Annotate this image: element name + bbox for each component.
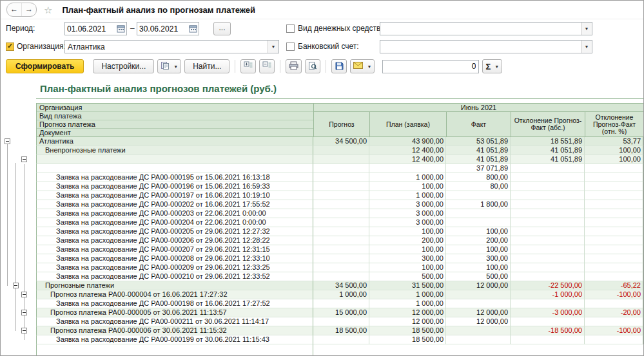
cell-plan[interactable]: 100,00 bbox=[369, 227, 446, 236]
cell-fact[interactable] bbox=[446, 290, 511, 299]
cell-forecast[interactable] bbox=[313, 299, 369, 308]
row-label[interactable]: Заявка на расходование ДС РА00-000197 от… bbox=[36, 191, 313, 200]
cell-deviation-abs[interactable] bbox=[511, 254, 585, 263]
chevron-down-icon[interactable]: ▼ bbox=[581, 41, 592, 53]
collapse-toggle[interactable] bbox=[21, 310, 27, 315]
cell-deviation-rel[interactable]: -100,00 bbox=[585, 290, 643, 299]
cell-forecast[interactable] bbox=[313, 155, 369, 164]
print-preview-button[interactable] bbox=[305, 59, 320, 73]
row-label[interactable]: Заявка на расходование ДС РА00-000207 от… bbox=[36, 245, 313, 254]
cell-plan[interactable]: 18 500,00 bbox=[369, 335, 446, 344]
cell-fact[interactable]: 100,00 bbox=[446, 245, 511, 254]
cell-deviation-abs[interactable]: 41 051,89 bbox=[511, 146, 585, 155]
col-header-fact[interactable]: Факт bbox=[447, 112, 511, 137]
cell-deviation-rel[interactable] bbox=[585, 263, 643, 272]
calendar-icon[interactable] bbox=[115, 23, 126, 35]
row-label[interactable] bbox=[36, 155, 313, 164]
cell-forecast[interactable] bbox=[313, 245, 369, 254]
row-label[interactable]: Заявка на расходование ДС РА00-000205 от… bbox=[36, 227, 313, 236]
chevron-down-icon[interactable]: ▼ bbox=[581, 23, 592, 35]
cell-fact[interactable]: 41 051,89 bbox=[446, 155, 511, 164]
row-label[interactable]: Внепрогнозные платежи bbox=[36, 146, 313, 155]
date-to-input[interactable] bbox=[137, 24, 188, 33]
cell-fact[interactable] bbox=[446, 218, 511, 227]
row-label[interactable] bbox=[36, 164, 313, 173]
cell-fact[interactable]: 37 071,89 bbox=[446, 164, 511, 173]
cell-deviation-rel[interactable]: 100,00 bbox=[585, 155, 643, 164]
cell-forecast[interactable] bbox=[313, 254, 369, 263]
header-dim-organization[interactable]: Организация bbox=[37, 104, 313, 112]
cell-forecast[interactable]: 34 500,00 bbox=[313, 137, 369, 146]
cell-deviation-abs[interactable] bbox=[511, 272, 585, 281]
cell-deviation-rel[interactable]: -20,00 bbox=[585, 308, 643, 317]
cell-forecast[interactable] bbox=[313, 317, 369, 326]
cell-forecast[interactable] bbox=[313, 272, 369, 281]
expand-groups-button[interactable] bbox=[240, 59, 256, 73]
cell-deviation-abs[interactable]: 18 551,89 bbox=[511, 137, 585, 146]
cell-plan[interactable]: 1 000,00 bbox=[369, 191, 446, 200]
calendar-icon[interactable] bbox=[188, 23, 199, 35]
row-label[interactable]: Заявка на расходование ДС РА00-000204 от… bbox=[36, 218, 313, 227]
cell-deviation-rel[interactable]: -65,22 bbox=[585, 281, 643, 290]
cell-plan[interactable]: 1 000,00 bbox=[369, 299, 446, 308]
forward-button[interactable]: → bbox=[21, 3, 36, 16]
cell-forecast[interactable] bbox=[313, 182, 369, 191]
cell-deviation-abs[interactable] bbox=[511, 173, 585, 182]
row-label[interactable]: Заявка на расходование ДС РА00-000208 от… bbox=[36, 254, 313, 263]
cell-deviation-abs[interactable] bbox=[511, 245, 585, 254]
cell-deviation-rel[interactable] bbox=[585, 218, 643, 227]
cell-plan[interactable]: 1 000,00 bbox=[369, 290, 446, 299]
bank-account-combobox[interactable]: ▼ bbox=[380, 40, 592, 53]
cell-deviation-rel[interactable] bbox=[585, 209, 643, 218]
cell-plan[interactable]: 200,00 bbox=[369, 236, 446, 245]
cell-deviation-abs[interactable] bbox=[511, 209, 585, 218]
row-label[interactable]: Заявка на расходование ДС РА00-000203 от… bbox=[36, 209, 313, 218]
cell-forecast[interactable] bbox=[313, 263, 369, 272]
cell-forecast[interactable] bbox=[313, 236, 369, 245]
cell-deviation-abs[interactable] bbox=[511, 182, 585, 191]
print-button[interactable] bbox=[286, 59, 302, 73]
cell-forecast[interactable] bbox=[313, 164, 369, 173]
cell-plan[interactable]: 31 500,00 bbox=[369, 281, 446, 290]
cell-forecast[interactable]: 18 500,00 bbox=[313, 326, 369, 335]
cell-forecast[interactable] bbox=[313, 200, 369, 209]
cell-forecast[interactable] bbox=[313, 146, 369, 155]
bank-account-checkbox[interactable] bbox=[286, 42, 295, 51]
generate-button[interactable]: Сформировать bbox=[6, 59, 84, 73]
send-by-email-button[interactable]: ▼ bbox=[350, 59, 375, 73]
row-label[interactable]: Прогноз платежа РА00-000006 от 30.06.202… bbox=[36, 326, 313, 335]
cell-deviation-rel[interactable] bbox=[585, 236, 643, 245]
cell-deviation-rel[interactable] bbox=[585, 227, 643, 236]
cell-plan[interactable]: 3 000,00 bbox=[369, 218, 446, 227]
cell-fact[interactable]: 200,00 bbox=[446, 236, 511, 245]
chevron-down-icon[interactable]: ▼ bbox=[268, 41, 278, 53]
cell-deviation-abs[interactable] bbox=[511, 236, 585, 245]
cell-deviation-abs[interactable] bbox=[511, 200, 585, 209]
cell-deviation-rel[interactable] bbox=[585, 299, 643, 308]
autosum-button[interactable]: Σ ▼ bbox=[482, 59, 502, 73]
cell-deviation-rel[interactable] bbox=[585, 200, 643, 209]
cell-plan[interactable]: 3 000,00 bbox=[369, 200, 446, 209]
row-label[interactable]: Заявка на расходование ДС РА00-000210 от… bbox=[36, 272, 313, 281]
cell-deviation-abs[interactable]: -1 000,00 bbox=[511, 290, 585, 299]
cell-fact[interactable]: 53 051,89 bbox=[446, 137, 511, 146]
cell-plan[interactable] bbox=[369, 164, 446, 173]
collapse-toggle[interactable] bbox=[5, 138, 10, 144]
cell-fact[interactable]: 80,00 bbox=[446, 182, 511, 191]
cell-deviation-rel[interactable]: 100,00 bbox=[585, 146, 643, 155]
cash-type-checkbox[interactable] bbox=[286, 24, 295, 33]
cell-plan[interactable]: 12 000,00 bbox=[369, 308, 446, 317]
save-button[interactable] bbox=[331, 59, 347, 73]
cell-plan[interactable]: 3 000,00 bbox=[369, 209, 446, 218]
cell-deviation-abs[interactable] bbox=[511, 227, 585, 236]
settings-button[interactable]: Настройки... bbox=[93, 59, 154, 73]
cell-fact[interactable]: 12 000,00 bbox=[446, 281, 511, 290]
header-dim-payment-forecast[interactable]: Прогноз платежа bbox=[37, 120, 313, 129]
find-button[interactable]: Найти... bbox=[184, 59, 229, 73]
cell-deviation-abs[interactable] bbox=[511, 317, 585, 326]
row-label[interactable]: Заявка на расходование ДС РА00-000196 от… bbox=[36, 182, 313, 191]
cell-fact[interactable] bbox=[446, 209, 511, 218]
period-options-button[interactable]: ... bbox=[213, 22, 231, 35]
cell-fact[interactable]: 12 000,00 bbox=[446, 317, 511, 326]
back-button[interactable]: ← bbox=[7, 3, 21, 16]
